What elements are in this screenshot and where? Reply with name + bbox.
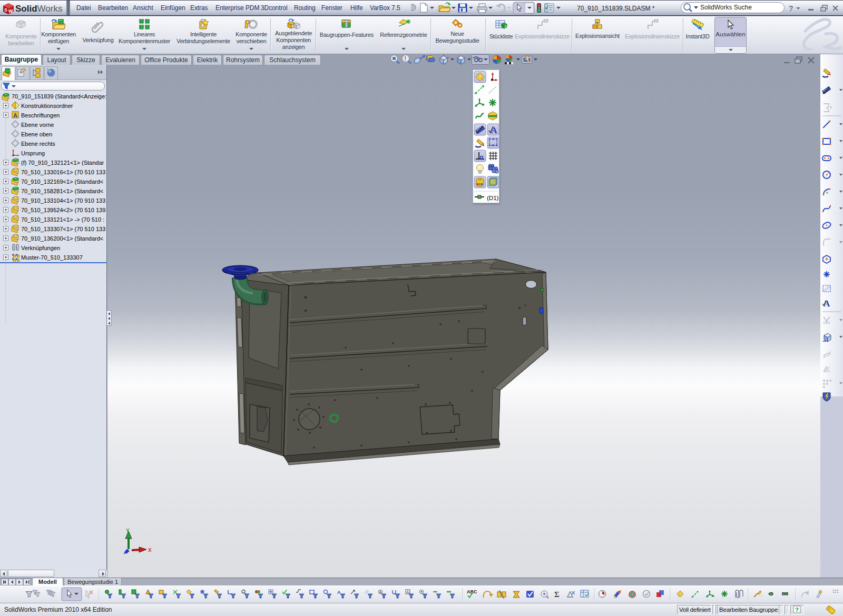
svg-text:A: A bbox=[491, 126, 497, 135]
svg-text:A: A bbox=[379, 590, 382, 594]
svg-text:W: W bbox=[8, 8, 13, 14]
svg-text:Ursprung: Ursprung bbox=[21, 150, 45, 156]
svg-text:Konstruktionsordner: Konstruktionsordner bbox=[21, 103, 73, 109]
svg-text:Beschriftungen: Beschriftungen bbox=[21, 112, 60, 118]
svg-text:A: A bbox=[13, 112, 17, 118]
svg-text:Verknüpfungen: Verknüpfungen bbox=[21, 245, 60, 251]
svg-text:70_510_139524<2> (70 510 139: 70_510_139524<2> (70 510 139 bbox=[21, 207, 105, 213]
svg-text:Ebene vorne: Ebene vorne bbox=[21, 122, 54, 128]
svg-text:Ebene oben: Ebene oben bbox=[21, 131, 52, 137]
svg-text:Σ: Σ bbox=[554, 590, 560, 599]
svg-text:70_510_133016<1> (70 510 133: 70_510_133016<1> (70 510 133 bbox=[21, 169, 105, 175]
svg-text:70_910_133104<1> (70 910 133: 70_910_133104<1> (70 910 133 bbox=[21, 197, 105, 204]
svg-text:?: ? bbox=[795, 607, 799, 613]
svg-text:(f) 70_910_132121<1> (Standar: (f) 70_910_132121<1> (Standar bbox=[21, 160, 104, 166]
svg-text:70_510_133121<1> -> (70 510 :: 70_510_133121<1> -> (70 510 : bbox=[21, 216, 104, 223]
svg-text:X: X bbox=[148, 547, 152, 553]
svg-text:!: ! bbox=[829, 365, 830, 370]
svg-text:70_910_151839 (Standard<Anzei: 70_910_151839 (Standard<Anzeige: bbox=[12, 93, 106, 100]
svg-text:70_910_136200<1> (Standard<: 70_910_136200<1> (Standard< bbox=[21, 235, 103, 242]
svg-text:SolidWorks: SolidWorks bbox=[15, 4, 62, 14]
svg-text:!: ! bbox=[405, 56, 406, 62]
svg-text:SolidWorks Suche: SolidWorks Suche bbox=[700, 4, 752, 11]
svg-text:(D1): (D1) bbox=[487, 195, 499, 201]
svg-text:Ebene rechts: Ebene rechts bbox=[21, 141, 55, 147]
svg-text:A: A bbox=[407, 590, 409, 594]
svg-text:Muster-70_510_133307: Muster-70_510_133307 bbox=[21, 254, 83, 261]
svg-text:Y: Y bbox=[126, 528, 130, 534]
svg-text:70_510_133307<1> (70 510 133: 70_510_133307<1> (70 510 133 bbox=[21, 226, 105, 232]
svg-text:70_910_132169<1> (Standard<: 70_910_132169<1> (Standard< bbox=[21, 178, 103, 185]
svg-text:S: S bbox=[4, 7, 7, 13]
svg-text:?: ? bbox=[789, 4, 793, 13]
svg-text:70_910_158281<1> (Standard<: 70_910_158281<1> (Standard< bbox=[21, 188, 103, 194]
